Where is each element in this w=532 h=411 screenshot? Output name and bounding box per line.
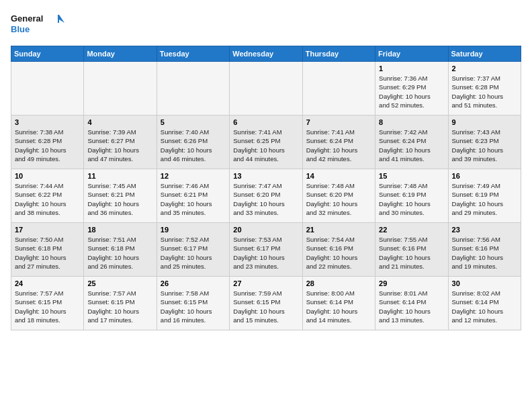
calendar-cell: 26Sunrise: 7:58 AM Sunset: 6:15 PM Dayli… — [157, 277, 229, 330]
day-number: 26 — [161, 279, 226, 287]
day-info: Sunrise: 7:42 AM Sunset: 6:24 PM Dayligh… — [379, 128, 445, 163]
day-number: 3 — [15, 118, 81, 126]
day-info: Sunrise: 7:39 AM Sunset: 6:27 PM Dayligh… — [87, 128, 153, 163]
day-number: 6 — [233, 118, 299, 126]
calendar-cell: 21Sunrise: 7:54 AM Sunset: 6:16 PM Dayli… — [302, 223, 375, 277]
day-number: 22 — [379, 226, 445, 234]
day-info: Sunrise: 7:45 AM Sunset: 6:21 PM Dayligh… — [87, 181, 153, 217]
day-number: 5 — [161, 118, 226, 126]
svg-text:General: General — [11, 13, 43, 24]
calendar-cell: 13Sunrise: 7:47 AM Sunset: 6:20 PM Dayli… — [230, 169, 302, 223]
day-info: Sunrise: 8:01 AM Sunset: 6:14 PM Dayligh… — [379, 289, 445, 324]
calendar-body: 1Sunrise: 7:36 AM Sunset: 6:29 PM Daylig… — [11, 62, 521, 330]
calendar-cell — [84, 62, 157, 116]
day-info: Sunrise: 8:00 AM Sunset: 6:14 PM Dayligh… — [306, 289, 372, 324]
day-number: 29 — [379, 279, 445, 287]
day-number: 11 — [87, 172, 153, 180]
day-number: 15 — [379, 172, 445, 180]
day-number: 1 — [379, 64, 445, 73]
day-number: 10 — [15, 172, 81, 180]
day-number: 20 — [233, 226, 299, 234]
calendar-cell: 30Sunrise: 8:02 AM Sunset: 6:14 PM Dayli… — [448, 277, 521, 330]
calendar-cell: 24Sunrise: 7:57 AM Sunset: 6:15 PM Dayli… — [11, 277, 84, 330]
day-number: 2 — [452, 64, 518, 73]
day-number: 7 — [306, 118, 372, 126]
weekday-header: Wednesday — [230, 46, 302, 62]
day-info: Sunrise: 7:52 AM Sunset: 6:17 PM Dayligh… — [161, 235, 226, 271]
calendar-week-row: 3Sunrise: 7:38 AM Sunset: 6:28 PM Daylig… — [11, 116, 521, 169]
day-info: Sunrise: 7:37 AM Sunset: 6:28 PM Dayligh… — [452, 74, 518, 109]
calendar-cell: 5Sunrise: 7:40 AM Sunset: 6:26 PM Daylig… — [157, 116, 229, 169]
day-number: 16 — [452, 172, 518, 180]
calendar-cell — [157, 62, 229, 116]
svg-marker-2 — [59, 15, 64, 23]
day-info: Sunrise: 7:51 AM Sunset: 6:18 PM Dayligh… — [87, 235, 153, 271]
logo: General Blue — [11, 11, 64, 38]
day-info: Sunrise: 7:53 AM Sunset: 6:17 PM Dayligh… — [233, 235, 299, 271]
calendar-cell: 18Sunrise: 7:51 AM Sunset: 6:18 PM Dayli… — [84, 223, 157, 277]
calendar-cell: 10Sunrise: 7:44 AM Sunset: 6:22 PM Dayli… — [11, 169, 84, 223]
calendar-cell — [230, 62, 302, 116]
day-number: 30 — [452, 279, 518, 287]
day-info: Sunrise: 7:43 AM Sunset: 6:23 PM Dayligh… — [452, 128, 518, 163]
calendar-cell: 8Sunrise: 7:42 AM Sunset: 6:24 PM Daylig… — [375, 116, 448, 169]
day-number: 24 — [15, 279, 81, 287]
calendar-week-row: 10Sunrise: 7:44 AM Sunset: 6:22 PM Dayli… — [11, 169, 521, 223]
calendar-header: SundayMondayTuesdayWednesdayThursdayFrid… — [11, 46, 521, 62]
weekday-header: Thursday — [302, 46, 375, 62]
calendar-cell: 22Sunrise: 7:55 AM Sunset: 6:16 PM Dayli… — [375, 223, 448, 277]
day-number: 9 — [452, 118, 518, 126]
day-number: 13 — [233, 172, 299, 180]
day-info: Sunrise: 7:58 AM Sunset: 6:15 PM Dayligh… — [161, 289, 226, 324]
day-info: Sunrise: 8:02 AM Sunset: 6:14 PM Dayligh… — [452, 289, 518, 324]
calendar-cell: 16Sunrise: 7:49 AM Sunset: 6:19 PM Dayli… — [448, 169, 521, 223]
calendar-cell: 14Sunrise: 7:48 AM Sunset: 6:20 PM Dayli… — [302, 169, 375, 223]
calendar-cell: 4Sunrise: 7:39 AM Sunset: 6:27 PM Daylig… — [84, 116, 157, 169]
day-info: Sunrise: 7:40 AM Sunset: 6:26 PM Dayligh… — [161, 128, 226, 163]
weekday-header: Monday — [84, 46, 157, 62]
calendar-cell: 1Sunrise: 7:36 AM Sunset: 6:29 PM Daylig… — [375, 62, 448, 116]
day-info: Sunrise: 7:38 AM Sunset: 6:28 PM Dayligh… — [15, 128, 81, 163]
day-info: Sunrise: 7:41 AM Sunset: 6:24 PM Dayligh… — [306, 128, 372, 163]
day-info: Sunrise: 7:48 AM Sunset: 6:19 PM Dayligh… — [379, 181, 445, 217]
calendar-cell: 12Sunrise: 7:46 AM Sunset: 6:21 PM Dayli… — [157, 169, 229, 223]
day-number: 19 — [161, 226, 226, 234]
day-number: 18 — [87, 226, 153, 234]
day-info: Sunrise: 7:59 AM Sunset: 6:15 PM Dayligh… — [233, 289, 299, 324]
calendar-cell: 9Sunrise: 7:43 AM Sunset: 6:23 PM Daylig… — [448, 116, 521, 169]
calendar-cell: 20Sunrise: 7:53 AM Sunset: 6:17 PM Dayli… — [230, 223, 302, 277]
day-info: Sunrise: 7:54 AM Sunset: 6:16 PM Dayligh… — [306, 235, 372, 271]
day-number: 4 — [87, 118, 153, 126]
day-number: 8 — [379, 118, 445, 126]
day-number: 12 — [161, 172, 226, 180]
day-info: Sunrise: 7:57 AM Sunset: 6:15 PM Dayligh… — [87, 289, 153, 324]
calendar-cell — [11, 62, 84, 116]
day-number: 21 — [306, 226, 372, 234]
day-info: Sunrise: 7:36 AM Sunset: 6:29 PM Dayligh… — [379, 74, 445, 109]
page-header: General Blue — [11, 11, 521, 38]
calendar-cell: 6Sunrise: 7:41 AM Sunset: 6:25 PM Daylig… — [230, 116, 302, 169]
calendar-cell: 7Sunrise: 7:41 AM Sunset: 6:24 PM Daylig… — [302, 116, 375, 169]
weekday-header: Friday — [375, 46, 448, 62]
weekday-header: Saturday — [448, 46, 521, 62]
day-info: Sunrise: 7:56 AM Sunset: 6:16 PM Dayligh… — [452, 235, 518, 271]
calendar-cell: 15Sunrise: 7:48 AM Sunset: 6:19 PM Dayli… — [375, 169, 448, 223]
calendar-cell: 23Sunrise: 7:56 AM Sunset: 6:16 PM Dayli… — [448, 223, 521, 277]
day-info: Sunrise: 7:50 AM Sunset: 6:18 PM Dayligh… — [15, 235, 81, 271]
calendar-cell: 17Sunrise: 7:50 AM Sunset: 6:18 PM Dayli… — [11, 223, 84, 277]
day-number: 17 — [15, 226, 81, 234]
day-info: Sunrise: 7:57 AM Sunset: 6:15 PM Dayligh… — [15, 289, 81, 324]
svg-rect-3 — [58, 15, 59, 23]
calendar-cell: 3Sunrise: 7:38 AM Sunset: 6:28 PM Daylig… — [11, 116, 84, 169]
weekday-header: Sunday — [11, 46, 84, 62]
calendar-cell: 28Sunrise: 8:00 AM Sunset: 6:14 PM Dayli… — [302, 277, 375, 330]
calendar-table: SundayMondayTuesdayWednesdayThursdayFrid… — [11, 46, 521, 330]
calendar-cell: 29Sunrise: 8:01 AM Sunset: 6:14 PM Dayli… — [375, 277, 448, 330]
day-info: Sunrise: 7:47 AM Sunset: 6:20 PM Dayligh… — [233, 181, 299, 217]
calendar-cell: 2Sunrise: 7:37 AM Sunset: 6:28 PM Daylig… — [448, 62, 521, 116]
day-number: 27 — [233, 279, 299, 287]
calendar-cell: 19Sunrise: 7:52 AM Sunset: 6:17 PM Dayli… — [157, 223, 229, 277]
day-number: 28 — [306, 279, 372, 287]
calendar-cell: 27Sunrise: 7:59 AM Sunset: 6:15 PM Dayli… — [230, 277, 302, 330]
day-info: Sunrise: 7:46 AM Sunset: 6:21 PM Dayligh… — [161, 181, 226, 217]
